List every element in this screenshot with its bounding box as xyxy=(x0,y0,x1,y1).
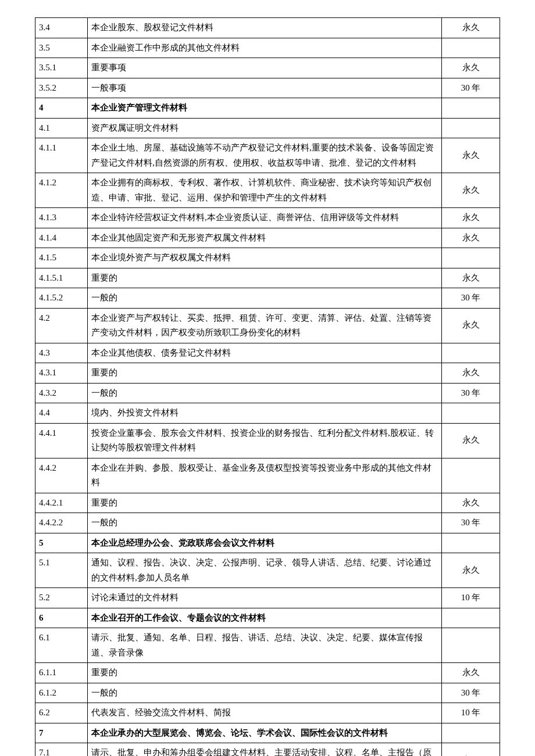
table-row: 4.1.5.1重要的永久 xyxy=(35,268,500,288)
cell-number: 4.3.2 xyxy=(35,383,88,403)
cell-retention: 30 年 xyxy=(442,683,500,703)
table-row: 3.5.2一般事项30 年 xyxy=(35,78,500,98)
cell-description: 本企业其他固定资产和无形资产权属文件材料 xyxy=(88,228,442,248)
cell-number: 7.1 xyxy=(35,743,88,757)
cell-description: 资产权属证明文件材料 xyxy=(88,118,442,138)
table-row: 6.1.1重要的永久 xyxy=(35,663,500,683)
cell-number: 4.1.2 xyxy=(35,173,88,208)
cell-number: 4.1 xyxy=(35,118,88,138)
cell-description: 本企业资产与产权转让、买卖、抵押、租赁、许可、变更、清算、评估、处置、注销等资产… xyxy=(88,308,442,343)
cell-number: 4 xyxy=(35,98,88,119)
table-row: 4.4境内、外投资文件材料 xyxy=(35,403,500,424)
cell-description: 本企业土地、房屋、基础设施等不动产产权登记文件材料,重要的技术装备、设备等固定资… xyxy=(88,138,442,173)
cell-description: 通知、议程、报告、决议、决定、公报声明、记录、领导人讲话、总结、纪要、讨论通过的… xyxy=(88,553,442,588)
cell-retention: 永久 xyxy=(442,228,500,248)
cell-number: 4.4 xyxy=(35,403,88,424)
cell-number: 4.4.2.2 xyxy=(35,513,88,533)
table-row: 5.1通知、议程、报告、决议、决定、公报声明、记录、领导人讲话、总结、纪要、讨论… xyxy=(35,553,500,588)
cell-number: 3.4 xyxy=(35,18,88,38)
table-row: 4.4.1投资企业董事会、股东会文件材料、投资企业的财务报告、红利分配文件材料,… xyxy=(35,423,500,458)
table-row: 7本企业承办的大型展览会、博览会、论坛、学术会议、国际性会议的文件材料 xyxy=(35,723,500,743)
cell-number: 4.3.1 xyxy=(35,363,88,384)
table-row: 4.2本企业资产与产权转让、买卖、抵押、租赁、许可、变更、清算、评估、处置、注销… xyxy=(35,308,500,343)
cell-retention: 永久 xyxy=(442,18,500,38)
cell-description: 本企业其他债权、债务登记文件材料 xyxy=(88,343,442,363)
cell-retention xyxy=(442,343,500,363)
cell-retention: 永久 xyxy=(442,173,500,208)
cell-retention: 永久 xyxy=(442,268,500,288)
cell-description: 讨论未通过的文件材料 xyxy=(88,588,442,608)
table-row: 4.3.2一般的30 年 xyxy=(35,383,500,403)
cell-retention: 永久 xyxy=(442,423,500,458)
cell-number: 7 xyxy=(35,723,88,743)
cell-retention: 永久 xyxy=(442,363,500,384)
cell-number: 4.3 xyxy=(35,343,88,363)
cell-number: 6.1.2 xyxy=(35,683,88,703)
cell-number: 4.1.1 xyxy=(35,138,88,173)
table-row: 4.1.1本企业土地、房屋、基础设施等不动产产权登记文件材料,重要的技术装备、设… xyxy=(35,138,500,173)
table-row: 4.3本企业其他债权、债务登记文件材料 xyxy=(35,343,500,363)
table-row: 3.5本企业融资工作中形成的其他文件材料 xyxy=(35,38,500,58)
cell-retention xyxy=(442,458,500,493)
cell-number: 3.5 xyxy=(35,38,88,58)
cell-description: 重要的 xyxy=(88,268,442,288)
table-row: 4.1.5.2一般的30 年 xyxy=(35,288,500,309)
table-row: 5.2讨论未通过的文件材料10 年 xyxy=(35,588,500,608)
cell-description: 重要的 xyxy=(88,663,442,683)
cell-number: 3.5.1 xyxy=(35,58,88,78)
cell-description: 一般的 xyxy=(88,288,442,309)
cell-retention: 永久 xyxy=(442,663,500,683)
table-row: 4.1.2本企业拥有的商标权、专利权、著作权、计算机软件、商业秘密、技术诀窍等知… xyxy=(35,173,500,208)
table-row: 6.1请示、批复、通知、名单、日程、报告、讲话、总结、决议、决定、纪要、媒体宣传… xyxy=(35,628,500,663)
cell-description: 一般的 xyxy=(88,383,442,403)
cell-retention xyxy=(442,608,500,628)
table-row: 4.4.2本企业在并购、参股、股权受让、基金业务及债权型投资等投资业务中形成的其… xyxy=(35,458,500,493)
cell-description: 本企业承办的大型展览会、博览会、论坛、学术会议、国际性会议的文件材料 xyxy=(88,723,442,743)
cell-retention: 永久 xyxy=(442,308,500,343)
cell-number: 4.4.2.1 xyxy=(35,493,88,513)
cell-retention: 30 年 xyxy=(442,513,500,533)
cell-description: 一般的 xyxy=(88,513,442,533)
table-row: 3.4本企业股东、股权登记文件材料永久 xyxy=(35,18,500,38)
cell-number: 4.1.5 xyxy=(35,248,88,268)
cell-description: 本企业融资工作中形成的其他文件材料 xyxy=(88,38,442,58)
cell-number: 5.1 xyxy=(35,553,88,588)
table-row: 4.1资产权属证明文件材料 xyxy=(35,118,500,138)
cell-number: 4.1.4 xyxy=(35,228,88,248)
cell-description: 一般的 xyxy=(88,683,442,703)
cell-description: 请示、批复、申办和筹办组委会组建文件材料、主要活动安排、议程、名单、主报告（原文… xyxy=(88,743,442,757)
cell-description: 境内、外投资文件材料 xyxy=(88,403,442,424)
cell-retention xyxy=(442,248,500,268)
cell-number: 4.4.1 xyxy=(35,423,88,458)
cell-number: 6.1.1 xyxy=(35,663,88,683)
cell-retention xyxy=(442,533,500,553)
cell-retention: 10 年 xyxy=(442,588,500,608)
cell-retention: 永久 xyxy=(442,138,500,173)
cell-description: 本企业总经理办公会、党政联席会会议文件材料 xyxy=(88,533,442,553)
cell-retention xyxy=(442,628,500,663)
cell-description: 重要的 xyxy=(88,363,442,384)
cell-description: 代表发言、经验交流文件材料、简报 xyxy=(88,703,442,723)
cell-description: 重要事项 xyxy=(88,58,442,78)
cell-retention: 永久 xyxy=(442,743,500,757)
cell-retention xyxy=(442,98,500,119)
document-page: 3.4本企业股东、股权登记文件材料永久3.5本企业融资工作中形成的其他文件材料3… xyxy=(0,0,535,756)
cell-number: 4.1.5.1 xyxy=(35,268,88,288)
table-row: 6.1.2一般的30 年 xyxy=(35,683,500,703)
retention-table: 3.4本企业股东、股权登记文件材料永久3.5本企业融资工作中形成的其他文件材料3… xyxy=(35,17,500,756)
cell-description: 本企业资产管理文件材料 xyxy=(88,98,442,119)
cell-number: 5.2 xyxy=(35,588,88,608)
cell-number: 3.5.2 xyxy=(35,78,88,98)
cell-description: 本企业召开的工作会议、专题会议的文件材料 xyxy=(88,608,442,628)
cell-number: 4.2 xyxy=(35,308,88,343)
cell-retention xyxy=(442,403,500,424)
cell-number: 4.4.2 xyxy=(35,458,88,493)
cell-retention: 永久 xyxy=(442,553,500,588)
cell-retention: 永久 xyxy=(442,58,500,78)
cell-description: 投资企业董事会、股东会文件材料、投资企业的财务报告、红利分配文件材料,股权证、转… xyxy=(88,423,442,458)
table-row: 6.2代表发言、经验交流文件材料、简报10 年 xyxy=(35,703,500,723)
table-row: 4.1.4本企业其他固定资产和无形资产权属文件材料永久 xyxy=(35,228,500,248)
table-row: 5本企业总经理办公会、党政联席会会议文件材料 xyxy=(35,533,500,553)
cell-retention xyxy=(442,38,500,58)
table-row: 4.1.3本企业特许经营权证文件材料,本企业资质认证、商誉评估、信用评级等文件材… xyxy=(35,208,500,228)
